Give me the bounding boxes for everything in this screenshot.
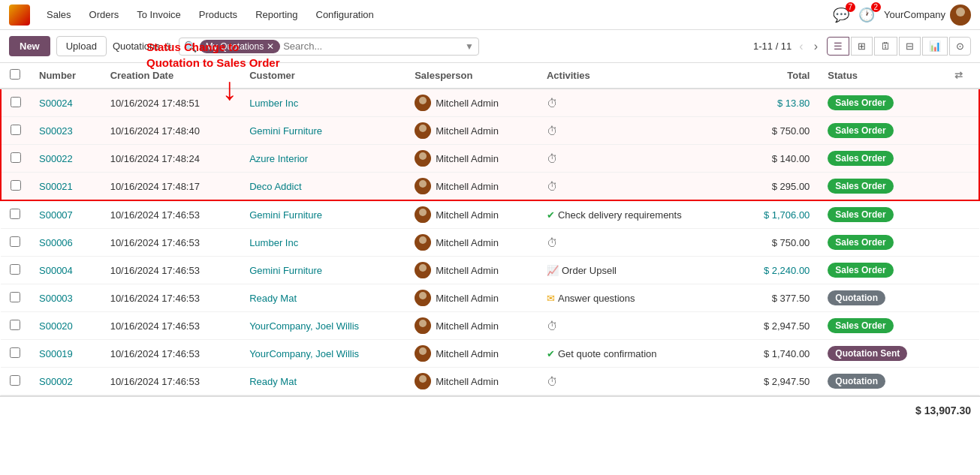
col-settings-icon[interactable]: ⇄ (945, 63, 979, 89)
view-toggle: ☰ ⊞ 🗓 ⊟ 📊 ⊙ (827, 37, 971, 56)
row-checkbox[interactable] (10, 264, 20, 275)
nav-configuration[interactable]: Configuration (309, 6, 381, 23)
col-total[interactable]: Total (736, 63, 819, 89)
table-row[interactable]: S00007 10/16/2024 17:46:53 Gemini Furnit… (1, 200, 979, 229)
status-badge: Quotation Sent (828, 346, 907, 361)
nav-orders[interactable]: Orders (82, 6, 127, 23)
svg-point-15 (418, 272, 428, 278)
col-status[interactable]: Status (819, 63, 945, 89)
col-customer[interactable]: Customer (240, 63, 406, 89)
table-row[interactable]: S00019 10/16/2024 17:46:53 YourCompany, … (1, 340, 979, 368)
salesperson-avatar (415, 317, 431, 334)
table-row[interactable]: S00002 10/16/2024 17:46:53 Ready Mat Mit… (1, 368, 979, 395)
clock-icon-button[interactable]: 🕐 2 (858, 7, 875, 23)
customer-name[interactable]: Gemini Furniture (249, 209, 322, 221)
row-checkbox[interactable] (11, 97, 21, 107)
order-number[interactable]: S00021 (39, 181, 73, 192)
customer-name[interactable]: YourCompany, Joel Willis (249, 320, 359, 332)
breadcrumb: Quotations ⚙ (113, 41, 173, 53)
nav-reporting[interactable]: Reporting (248, 6, 305, 23)
new-button[interactable]: New (9, 36, 50, 56)
row-checkbox[interactable] (10, 292, 20, 302)
select-all-checkbox[interactable] (10, 69, 20, 80)
view-calendar-button[interactable]: 🗓 (874, 37, 897, 56)
customer-name[interactable]: Azure Interior (249, 153, 308, 164)
salesperson-name: Mitchell Admin (436, 153, 499, 164)
nav-sales[interactable]: Sales (39, 6, 79, 23)
view-pivot-button[interactable]: ⊟ (899, 37, 921, 56)
order-number[interactable]: S00006 (39, 237, 73, 248)
row-checkbox[interactable] (10, 347, 20, 358)
view-list-button[interactable]: ☰ (827, 37, 849, 56)
customer-name[interactable]: Lumber Inc (249, 98, 298, 109)
app-logo[interactable] (9, 5, 30, 26)
table-row[interactable]: S00006 10/16/2024 17:46:53 Lumber Inc Mi… (1, 229, 979, 257)
nav-products[interactable]: Products (191, 6, 245, 23)
order-number[interactable]: S00020 (39, 320, 73, 332)
pagination-label: 1-11 / 11 (753, 41, 792, 52)
row-checkbox[interactable] (11, 125, 21, 135)
order-number[interactable]: S00003 (39, 293, 73, 304)
nav-to-invoice[interactable]: To Invoice (129, 6, 188, 23)
table-row[interactable]: S00004 10/16/2024 17:46:53 Gemini Furnit… (1, 257, 979, 284)
customer-name[interactable]: Gemini Furniture (249, 265, 322, 276)
total-cell: $ 13.80 (736, 89, 819, 117)
order-number[interactable]: S00024 (39, 98, 73, 109)
customer-name[interactable]: Lumber Inc (249, 237, 298, 248)
user-menu[interactable]: YourCompany (884, 5, 971, 26)
table-row[interactable]: S00022 10/16/2024 17:48:24 Azure Interio… (1, 145, 979, 173)
status-badge: Quotation (828, 374, 885, 389)
pagination-next-button[interactable]: › (811, 38, 821, 55)
activity-cell: ⏱ (538, 312, 736, 340)
order-number[interactable]: S00002 (39, 376, 73, 387)
col-salesperson[interactable]: Salesperson (406, 63, 538, 89)
row-checkbox[interactable] (10, 209, 20, 219)
status-badge: Sales Order (828, 179, 893, 194)
my-quotations-filter[interactable]: My Quotations ✕ (200, 40, 280, 53)
order-number[interactable]: S00023 (39, 125, 73, 137)
chat-icon-button[interactable]: 💬 7 (833, 7, 849, 23)
view-activity-button[interactable]: ⊙ (949, 37, 971, 56)
upload-button[interactable]: Upload (56, 36, 107, 56)
customer-name[interactable]: Deco Addict (249, 181, 301, 192)
table-row[interactable]: S00003 10/16/2024 17:46:53 Ready Mat Mit… (1, 284, 979, 312)
total-value[interactable]: $ 2,240.00 (764, 265, 810, 276)
salesperson-cell: Mitchell Admin (415, 122, 529, 139)
pagination-prev-button[interactable]: ‹ (796, 38, 806, 55)
total-value: $ 1,740.00 (764, 348, 810, 359)
search-dropdown-icon[interactable]: ▼ (465, 41, 474, 52)
view-kanban-button[interactable]: ⊞ (851, 37, 873, 56)
chat-badge: 7 (846, 2, 856, 12)
row-checkbox[interactable] (10, 236, 20, 247)
order-number[interactable]: S00004 (39, 265, 73, 276)
total-value[interactable]: $ 1,706.00 (764, 209, 810, 221)
breadcrumb-gear-icon[interactable]: ⚙ (163, 41, 173, 53)
col-number[interactable]: Number (30, 63, 101, 89)
col-activities[interactable]: Activities (538, 63, 736, 89)
customer-name[interactable]: Gemini Furniture (249, 125, 322, 137)
table-row[interactable]: S00020 10/16/2024 17:46:53 YourCompany, … (1, 312, 979, 340)
order-number[interactable]: S00022 (39, 153, 73, 164)
svg-point-7 (418, 160, 428, 167)
customer-name[interactable]: Ready Mat (249, 376, 297, 387)
search-input[interactable] (283, 41, 462, 52)
row-checkbox[interactable] (11, 180, 21, 191)
order-number[interactable]: S00007 (39, 209, 73, 221)
col-creation-date[interactable]: Creation Date (101, 63, 240, 89)
row-checkbox[interactable] (11, 152, 21, 163)
row-checkbox[interactable] (10, 375, 20, 386)
total-cell: $ 140.00 (736, 145, 819, 173)
customer-name[interactable]: Ready Mat (249, 293, 297, 304)
customer-name[interactable]: YourCompany, Joel Willis (249, 348, 359, 359)
view-graph-button[interactable]: 📊 (922, 37, 948, 56)
total-value[interactable]: $ 13.80 (777, 98, 810, 109)
breadcrumb-label[interactable]: Quotations (113, 41, 160, 52)
total-value: $ 750.00 (772, 237, 810, 248)
table-row[interactable]: S00021 10/16/2024 17:48:17 Deco Addict M… (1, 173, 979, 201)
filter-close-icon[interactable]: ✕ (267, 41, 274, 52)
order-number[interactable]: S00019 (39, 348, 73, 359)
salesperson-name: Mitchell Admin (436, 209, 499, 221)
row-checkbox[interactable] (10, 320, 20, 330)
table-row[interactable]: S00024 10/16/2024 17:48:51 Lumber Inc Mi… (1, 89, 979, 117)
table-row[interactable]: S00023 10/16/2024 17:48:40 Gemini Furnit… (1, 117, 979, 145)
